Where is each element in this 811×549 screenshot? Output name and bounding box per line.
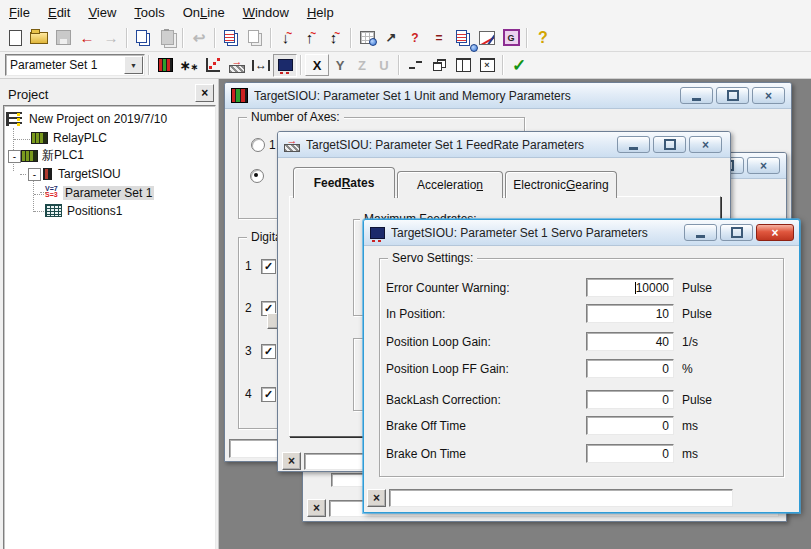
undo-button[interactable]: ↩ [187, 26, 211, 49]
digital-checkbox-1[interactable]: ✓ [261, 259, 276, 274]
tab-acceleration[interactable]: Acceleration [397, 171, 503, 198]
tree-item-plc1[interactable]: 新PLC1 [21, 148, 84, 163]
menu-edit[interactable]: Edit [39, 2, 79, 23]
digital-checkbox-3[interactable]: ✓ [261, 344, 276, 359]
limit-params-button[interactable]: ↔ [249, 54, 273, 77]
monitor-list-button[interactable] [451, 26, 475, 49]
new-file-icon [9, 30, 22, 46]
minimize-button[interactable] [680, 87, 713, 104]
maximize-button[interactable] [720, 224, 753, 241]
transfer-download-button[interactable]: ↓~ [275, 26, 299, 49]
open-file-button[interactable] [27, 26, 51, 49]
navigate-back-button[interactable]: ← [75, 26, 99, 49]
copy-button[interactable] [131, 26, 155, 49]
maximize-button[interactable] [716, 87, 749, 104]
save-file-button[interactable] [51, 26, 75, 49]
backlash-correction-input[interactable]: 0 [586, 390, 674, 409]
tree-connector [14, 139, 32, 140]
servo-close-x-button[interactable]: × [367, 489, 386, 507]
toolbar-separator [148, 55, 150, 75]
menu-view[interactable]: View [79, 2, 125, 23]
digital-checkbox-4[interactable]: ✓ [261, 387, 276, 402]
monitor-write-button[interactable]: ↗ [379, 26, 403, 49]
minimize-button[interactable] [617, 136, 650, 153]
menu-help[interactable]: Help [298, 2, 343, 23]
close-button[interactable]: × [756, 224, 794, 241]
dropdown-arrow-icon[interactable]: ▼ [124, 56, 143, 74]
toolbar-separator [350, 28, 352, 48]
transfer-verify-button[interactable]: ↕~ [323, 26, 347, 49]
in-position-input[interactable]: 10 [586, 304, 674, 323]
single-step-button[interactable] [403, 54, 427, 77]
tree-connector [20, 174, 26, 175]
position-loop-ff-gain-input[interactable]: 0 [586, 359, 674, 378]
axis-x-button[interactable]: X [305, 54, 329, 76]
close-all-windows-button[interactable]: × [475, 54, 499, 77]
expand-box[interactable]: - [8, 150, 21, 163]
tree-item-parameter-set-1[interactable]: V=7S=3 Parameter Set 1 [45, 185, 154, 200]
menu-tools[interactable]: Tools [125, 2, 173, 23]
cascade-windows-button[interactable] [427, 54, 451, 77]
axes-radio-1[interactable] [251, 138, 265, 152]
menu-online[interactable]: OnLine [174, 2, 234, 23]
axes-radio-1-label: 1 [269, 138, 276, 152]
tile-windows-button[interactable] [451, 54, 475, 77]
paste-button[interactable] [155, 26, 179, 49]
axis-y-button[interactable]: Y [329, 55, 351, 75]
servo-params-button[interactable] [273, 54, 297, 77]
menu-window[interactable]: Window [234, 2, 298, 23]
unit-memory-window-title: TargetSIOU: Parameter Set 1 Unit and Mem… [254, 89, 571, 103]
error-counter-warning-input[interactable]: 10000 [586, 278, 674, 297]
copy-icon [136, 30, 147, 43]
trend-chart-button[interactable] [475, 26, 499, 49]
close-button[interactable]: × [752, 87, 785, 104]
unit-memory-params-button[interactable] [153, 54, 177, 77]
tree-item-positions1[interactable]: Positions1 [45, 203, 122, 218]
axes-radio-2-selected[interactable] [250, 169, 264, 183]
feedrate-close-x-button[interactable]: × [282, 452, 301, 470]
unit-memory-caption-buttons: × [680, 87, 785, 104]
minimize-icon [692, 98, 701, 101]
copy-listing-button[interactable] [219, 26, 243, 49]
transfer-upload-button[interactable]: ↑~ [299, 26, 323, 49]
close-button[interactable]: × [747, 157, 780, 174]
axis-u-button[interactable]: U [373, 55, 395, 75]
tree-item-targetsiou[interactable]: TargetSIOU [43, 166, 121, 181]
position-loop-gain-input[interactable]: 40 [586, 332, 674, 351]
axis-z-button[interactable]: Z [351, 55, 373, 75]
equals-icon: = [435, 32, 442, 44]
close-button[interactable]: × [689, 136, 722, 153]
monitor-table-icon [360, 31, 375, 44]
expand-box[interactable]: - [28, 168, 41, 181]
monitor-value-button[interactable]: = [427, 26, 451, 49]
field-unit: ms [682, 419, 698, 433]
hidden-window-close-x-button[interactable]: × [307, 499, 326, 517]
tree-item-root[interactable]: New Project on 2019/7/10 [6, 111, 167, 126]
menu-file[interactable]: File [0, 2, 39, 23]
paste-listing-button[interactable] [243, 26, 267, 49]
help-button[interactable]: ? [531, 26, 555, 49]
forward-arrow-icon: → [104, 30, 119, 45]
tree-item-relayplc[interactable]: RelayPLC [31, 130, 107, 145]
tab-feed-rates[interactable]: Feed Rates [293, 167, 395, 198]
feedrate-params-button[interactable]: → [225, 54, 249, 77]
field-label: Error Counter Warning: [386, 281, 510, 295]
minimize-button[interactable] [684, 224, 717, 241]
field-unit: Pulse [682, 393, 712, 407]
origin-search-button[interactable]: ∗∗ [177, 54, 201, 77]
save-disk-icon [56, 30, 71, 45]
positioning-params-button[interactable] [201, 54, 225, 77]
monitor-query-button[interactable]: ? [403, 26, 427, 49]
monitor-table-button[interactable] [355, 26, 379, 49]
brake-off-time-input[interactable]: 0 [586, 416, 674, 435]
project-tree[interactable]: New Project on 2019/7/10 RelayPLC - 新PLC… [3, 105, 216, 549]
new-file-button[interactable] [3, 26, 27, 49]
maximize-button[interactable] [653, 136, 686, 153]
project-panel-close-button[interactable]: × [195, 84, 214, 102]
apply-check-button[interactable]: ✓ [507, 54, 531, 77]
brake-on-time-input[interactable]: 0 [586, 444, 674, 463]
grammar-check-button[interactable]: G [499, 26, 523, 49]
parameter-set-selector[interactable]: Parameter Set 1 ▼ [5, 54, 145, 76]
navigate-forward-button[interactable]: → [99, 26, 123, 49]
tab-electronic-gearing[interactable]: Electronic Gearing [505, 171, 617, 198]
